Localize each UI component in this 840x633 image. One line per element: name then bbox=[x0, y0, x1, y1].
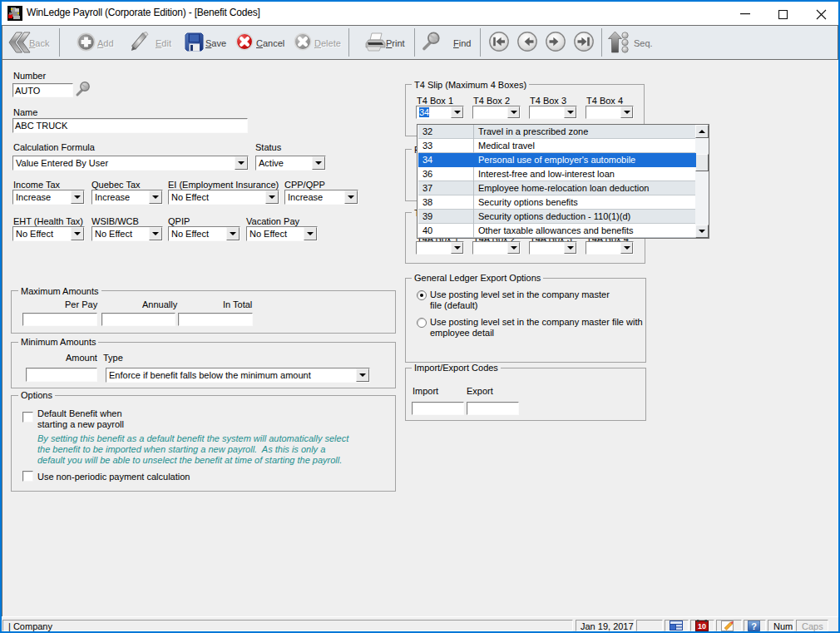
svg-text:10: 10 bbox=[698, 622, 706, 631]
svg-text:?: ? bbox=[751, 621, 757, 631]
